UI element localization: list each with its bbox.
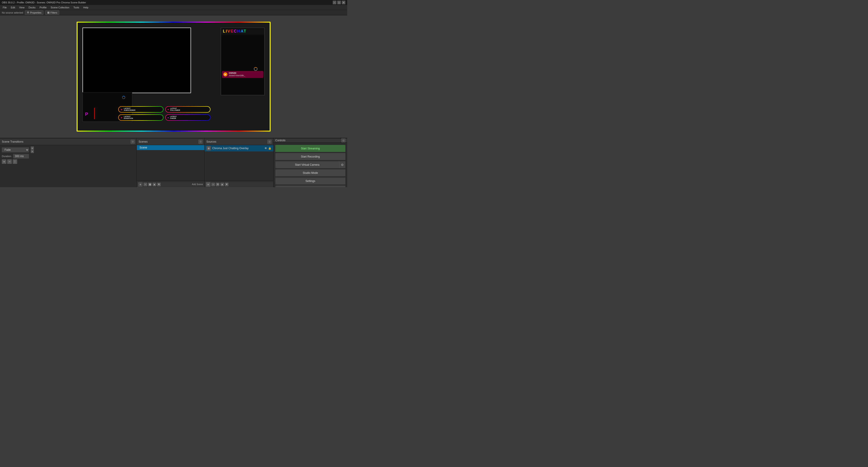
follower-label: LATESTFOLLOWER [170,107,180,112]
start-virtual-camera-button[interactable]: Start Virtual Camera [275,161,339,168]
scroll-down-button[interactable]: ▼ [31,150,34,153]
menu-item-scene collection[interactable]: Scene Collection [49,6,71,9]
alert-row-2: ★ LATESTDONATION ♦ LATESTCHEER [118,114,211,121]
duration-row: Duration [2,154,135,158]
start-recording-button[interactable]: Start Recording [275,153,345,160]
notif-play-icon: ▶ [223,72,227,76]
donation-icon: ★ [121,116,123,119]
restore-button[interactable]: □ [337,1,341,4]
transition-name-row: Fade ▲ ▼ [2,147,135,153]
scene-transitions-title: Scene Transitions [2,140,23,143]
menu-item-view[interactable]: View [18,6,26,9]
scenes-list: Scene [137,145,204,181]
alert-row-1: ★ LATESTSUBSCRIBER ♥ LATESTFOLLOWER [118,106,211,113]
notif-message: Joined #own3dtv_ [229,74,245,77]
livechat-spinner [254,67,257,71]
scene-transitions-header: Scene Transitions ⊡ [0,138,136,145]
move-down-scene-button[interactable]: ▼ [157,183,161,186]
transition-content: Fade ▲ ▼ Duration + − ⋮ [0,145,136,187]
menu-item-docks[interactable]: Docks [27,6,37,9]
menu-item-tools[interactable]: Tools [72,6,81,9]
transition-menu-button[interactable]: ⋮ [13,159,17,164]
cheer-label: LATESTCHEER [170,116,177,120]
source-visible-icon[interactable]: 👁 [265,147,267,150]
move-up-scene-button[interactable]: ▲ [153,183,156,186]
source-item[interactable]: 🖥 Chroma Just Chatting Overlay 👁 🔒 [205,145,273,151]
menu-item-profile[interactable]: Profile [38,6,49,9]
livechat-title: LIVECHAT [223,29,247,33]
source-settings-button[interactable]: ⚙ [216,183,219,186]
add-scene-button[interactable]: + [138,182,143,187]
add-source-button[interactable]: + [206,182,211,187]
preview-red-bar [94,108,95,119]
scroll-up-button[interactable]: ▲ [31,147,34,150]
menu-item-help[interactable]: Help [81,6,90,9]
close-button[interactable]: ✕ [342,1,345,4]
main-preview-area: LIVECHAT ▶ OWN3D Joined #own3dtv_ [0,15,347,138]
scene-item[interactable]: Scene [137,145,204,150]
sources-popout-button[interactable]: ⊡ [268,140,272,144]
menu-item-edit[interactable]: Edit [9,6,17,9]
duration-input[interactable] [13,154,29,158]
donation-label: LATESTDONATION [124,116,133,120]
move-down-source-button[interactable]: ▼ [225,183,228,186]
livechat-notification: ▶ OWN3D Joined #own3dtv_ [222,71,264,78]
donation-bar: ★ LATESTDONATION [118,114,163,121]
sources-title: Sources [206,140,216,143]
titlebar-title: OBS 30.0.2 - Profile: OWN3D - Scenes: OW… [2,1,86,4]
controls-title: Controls [275,139,285,142]
livechat-chat-area: ▶ OWN3D Joined #own3dtv_ [221,35,264,80]
transition-name-select[interactable]: Fade [2,147,29,152]
controls-buttons: Start Streaming Start Recording Start Vi… [274,143,347,187]
notif-text: OWN3D Joined #own3dtv_ [229,72,245,77]
transition-scroll: ▲ ▼ [31,147,34,153]
start-streaming-button[interactable]: Start Streaming [275,145,345,152]
remove-transition-button[interactable]: − [7,159,12,164]
scenes-popout-button[interactable]: ⊡ [198,140,203,144]
controls-popout-button[interactable]: ⊡ [341,138,345,143]
subscriber-bar: ★ LATESTSUBSCRIBER [118,106,163,113]
notif-username: OWN3D [229,72,245,74]
titlebar: OBS 30.0.2 - Profile: OWN3D - Scenes: OW… [0,0,347,5]
source-lock-icon[interactable]: 🔒 [268,147,272,150]
properties-button[interactable]: ⚙ Properties [25,10,43,15]
controls-panel: Controls ⊡ Start Streaming Start Recordi… [274,138,347,187]
scenes-panel: Scenes ⊡ Scene + − ▦ ▲ ▼ Add Scene [137,138,205,187]
scene-transitions-panel: Scene Transitions ⊡ Fade ▲ ▼ Duration + [0,138,137,187]
source-type-icon: 🖥 [206,146,211,151]
menu-item-file[interactable]: File [1,6,8,9]
remove-source-button[interactable]: − [211,183,215,186]
follower-bar: ♥ LATESTFOLLOWER [165,106,211,113]
scenes-title: Scenes [138,140,148,143]
duration-label: Duration [2,155,11,158]
add-transition-button[interactable]: + [2,159,6,164]
sources-list: 🖥 Chroma Just Chatting Overlay 👁 🔒 [205,145,273,181]
exit-button[interactable]: Exit [275,186,345,187]
gear-icon: ⚙ [27,11,29,14]
settings-button[interactable]: Settings [275,178,345,185]
source-selector-bar: No source selected ⚙ Properties ▦ Filter… [0,10,347,15]
remove-scene-button[interactable]: − [144,183,147,186]
studio-mode-button[interactable]: Studio Mode [275,169,345,177]
move-up-source-button[interactable]: ▲ [220,183,224,186]
filter-icon: ▦ [47,11,50,14]
filters-button[interactable]: ▦ Filters [45,10,59,15]
virtual-camera-settings-button[interactable]: ⚙ [339,161,345,168]
virtual-camera-row: Start Virtual Camera ⚙ [275,161,345,168]
sources-header: Sources ⊡ [205,138,273,145]
livechat-header: LIVECHAT [221,28,264,35]
source-item-icons: 👁 🔒 [265,147,272,150]
scene-transitions-popout-button[interactable]: ⊡ [131,140,135,144]
sources-panel: Sources ⊡ 🖥 Chroma Just Chatting Overlay… [205,138,274,187]
preview-canvas[interactable]: LIVECHAT ▶ OWN3D Joined #own3dtv_ [78,23,270,131]
preview-spinner2 [122,96,125,99]
window-controls: − □ ✕ [333,1,345,4]
scene-transitions-header-icons: ⊡ [131,140,135,144]
source-name: Chroma Just Chatting Overlay [212,147,249,150]
add-scene-label: Add Scene [192,183,203,186]
cheer-icon: ♦ [167,116,168,119]
transition-actions: + − ⋮ [2,159,135,164]
minimize-button[interactable]: − [333,1,336,4]
filter-scene-button[interactable]: ▦ [148,183,152,186]
controls-header: Controls ⊡ [274,138,347,143]
